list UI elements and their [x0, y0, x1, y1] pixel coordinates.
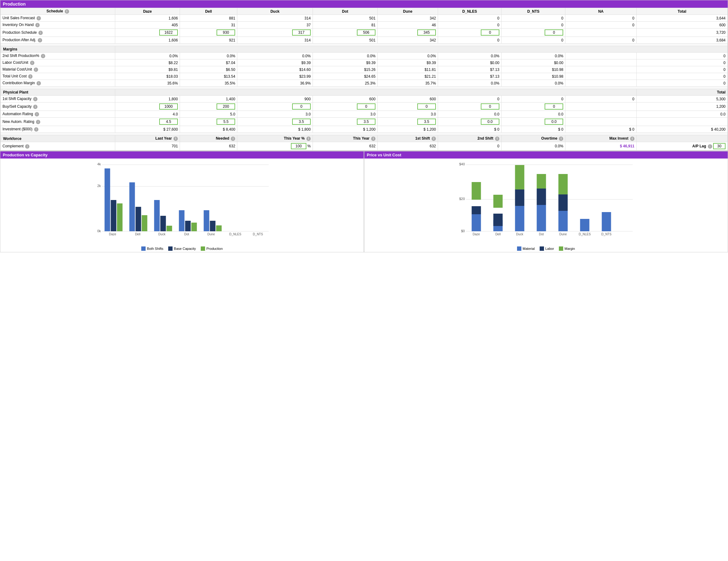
bar-duck-both [154, 200, 160, 231]
complement-row: Complement i 701 632 % 632 632 0 0.0% $ … [1, 142, 728, 151]
buy-sell-dune-input[interactable] [417, 103, 436, 110]
needed-info-icon[interactable]: i [231, 137, 235, 141]
ap-lag-info-icon[interactable]: i [708, 144, 712, 149]
table-row: Unit Sales Forecast i 1,606 881 314 501 … [1, 15, 728, 22]
table-row: 1st Shift Capacity i 1,800 1,400 900 600… [1, 96, 728, 103]
contrib-margin-info-icon[interactable]: i [37, 81, 41, 86]
2nd-shift-info-icon[interactable]: i [41, 54, 45, 58]
overtime-info-icon[interactable]: i [559, 137, 563, 141]
bar-dell-prod [142, 215, 147, 231]
unit-sales-d_nles: 0 [438, 15, 502, 22]
production-vs-capacity-panel: Production vs Capacity 4k 2k 0k Daze [0, 151, 364, 252]
svg-text:D_NLES: D_NLES [229, 233, 241, 236]
complement-info-icon[interactable]: i [25, 144, 29, 149]
1st-shift-cap-info-icon[interactable]: i [33, 97, 37, 101]
inventory-dot: 81 [313, 22, 377, 29]
bar-dell-labor [493, 214, 503, 226]
main-table: Schedule i Daze Dell Duck Dot Dune D_NLE… [0, 8, 728, 151]
prod-schedule-duck-input[interactable] [292, 29, 311, 36]
col-d_nts: D_NTS [501, 8, 565, 15]
ap-lag-input[interactable] [713, 143, 726, 149]
prod-vs-cap-svg: 4k 2k 0k Daze Dell [3, 162, 361, 236]
prod-after-dot: 501 [313, 37, 377, 44]
buy-sell-info-icon[interactable]: i [33, 105, 37, 109]
material-cost-info-icon[interactable]: i [34, 68, 38, 72]
schedule-info-icon[interactable]: i [65, 9, 69, 14]
unit-sales-total: 3,644 [636, 15, 727, 22]
table-row: 2nd Shift Production% i 0.0% 0.0% 0.0% 0… [1, 53, 728, 59]
unit-sales-info-icon[interactable]: i [37, 16, 41, 20]
new-auto-daze-input[interactable] [159, 119, 178, 125]
inventory-duck: 37 [237, 22, 313, 29]
legend-both-shifts-box [141, 247, 146, 251]
col-dot: Dot [313, 8, 377, 15]
new-auto-info-icon[interactable]: i [36, 120, 40, 124]
bar-dune-both [204, 210, 209, 231]
price-vs-unit-cost-panel: Price vs Unit Cost $40 $20 $0 Daze [364, 151, 728, 252]
this-year-pct-input[interactable] [291, 143, 306, 149]
labor-cost-info-icon[interactable]: i [30, 61, 34, 65]
legend-base-cap-box [168, 247, 173, 251]
svg-text:D_NTS: D_NTS [253, 233, 263, 236]
svg-text:Dot: Dot [539, 233, 544, 236]
bar-daze-both [105, 169, 110, 231]
1st-shift-info-icon[interactable]: i [432, 137, 436, 141]
legend-production: Production [201, 247, 223, 251]
bar-dot-labor [537, 189, 546, 205]
new-auto-duck-input[interactable] [292, 119, 311, 125]
prod-schedule-info-icon[interactable]: i [38, 31, 43, 35]
new-auto-d_nles-input[interactable] [481, 119, 499, 125]
buy-sell-daze-input[interactable] [159, 103, 178, 110]
last-year-info-icon[interactable]: i [173, 137, 178, 141]
bar-daze-base [111, 200, 116, 231]
bar-daze-labor [472, 206, 481, 214]
prod-schedule-daze-input[interactable] [159, 29, 178, 36]
prod-schedule-dune-input[interactable] [417, 29, 436, 36]
bar-duck-prod [167, 226, 172, 231]
prod-schedule-d_nles-input[interactable] [481, 29, 499, 36]
legend-production-label: Production [206, 247, 223, 251]
auto-rating-info-icon[interactable]: i [35, 112, 39, 116]
this-year-info-icon[interactable]: i [371, 137, 375, 141]
prod-vs-cap-legend: Both Shifts Base Capacity Production [0, 245, 364, 252]
svg-text:0k: 0k [97, 229, 101, 233]
buy-sell-dot-input[interactable] [357, 103, 375, 110]
svg-text:$40: $40 [459, 162, 465, 166]
buy-sell-d_nts-input[interactable] [545, 103, 563, 110]
prod-schedule-dot-input[interactable] [357, 29, 375, 36]
prod-after-info-icon[interactable]: i [38, 38, 42, 42]
total-unit-info-icon[interactable]: i [28, 74, 33, 79]
prod-schedule-label: Production Schedule i [1, 29, 115, 37]
ap-lag-label: A/P Lag [692, 144, 706, 148]
legend-material-label: Material [523, 247, 535, 251]
prod-schedule-d_nts-input[interactable] [545, 29, 563, 36]
prod-after-dell: 921 [180, 37, 237, 44]
col-total: Total [636, 8, 727, 15]
legend-material-box [517, 247, 521, 251]
col-dell: Dell [180, 8, 237, 15]
price-vs-cost-svg: $40 $20 $0 Daze Dell [367, 162, 725, 236]
bar-duck-labor [515, 190, 524, 206]
investment-info-icon[interactable]: i [34, 127, 38, 132]
bar-daze-material [472, 214, 481, 231]
new-auto-dell-input[interactable] [217, 119, 235, 125]
bar-daze-prod [117, 204, 123, 231]
buy-sell-duck-input[interactable] [292, 103, 311, 110]
new-auto-dot-input[interactable] [357, 119, 375, 125]
svg-text:D_NTS: D_NTS [601, 233, 612, 236]
new-auto-dune-input[interactable] [417, 119, 436, 125]
new-auto-d_nts-input[interactable] [545, 119, 563, 125]
buy-sell-d_nles-input[interactable] [481, 103, 499, 110]
2nd-shift-wf-info-icon[interactable]: i [495, 137, 499, 141]
svg-text:Daze: Daze [109, 233, 116, 236]
prod-schedule-dell-input[interactable] [217, 29, 235, 36]
max-invest-info-icon[interactable]: i [630, 137, 634, 141]
inventory-na: 0 [565, 22, 636, 29]
svg-text:$0: $0 [461, 229, 465, 233]
table-row: Production After Adj. i 1,606 921 314 50… [1, 37, 728, 44]
buy-sell-dell-input[interactable] [217, 103, 235, 110]
inventory-info-icon[interactable]: i [35, 23, 40, 27]
svg-text:4k: 4k [97, 162, 101, 166]
prod-schedule-duck-cell [237, 29, 313, 37]
this-year-pct-info-icon[interactable]: i [306, 137, 311, 141]
